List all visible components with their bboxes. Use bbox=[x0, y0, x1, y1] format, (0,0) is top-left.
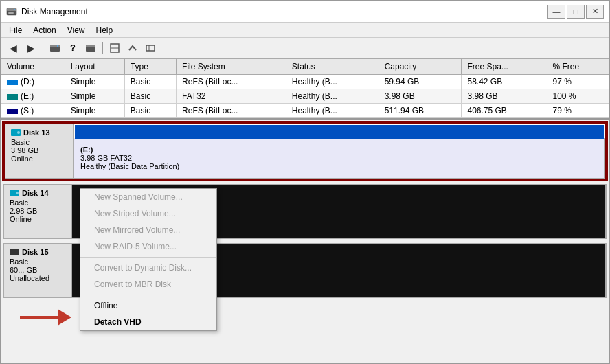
table-row[interactable]: (E:) Simple Basic FAT32 Healthy (B... 3.… bbox=[1, 89, 609, 104]
disk-13-partition-e[interactable]: (E:) 3.98 GB FAT32 Healthy (Basic Data P… bbox=[74, 138, 605, 178]
minimize-button[interactable]: — bbox=[547, 5, 565, 19]
arrow-shaft bbox=[20, 316, 58, 319]
cell-freespace-2: 406.75 GB bbox=[462, 104, 547, 118]
cell-percentfree-1: 100 % bbox=[547, 89, 609, 104]
title-bar: Disk Management — □ ✕ bbox=[1, 1, 609, 23]
cell-volume-1: (E:) bbox=[1, 89, 65, 104]
toolbar-sep-1 bbox=[43, 42, 43, 54]
toolbar-sep-2 bbox=[102, 42, 103, 54]
cell-type-2: Basic bbox=[124, 104, 176, 118]
svg-point-14 bbox=[17, 131, 20, 134]
part-e-status: Healthy (Basic Data Partition) bbox=[80, 162, 597, 170]
menu-help[interactable]: Help bbox=[91, 24, 119, 36]
toolbar: ◀ ▶ ? bbox=[1, 38, 609, 58]
col-status[interactable]: Status bbox=[286, 59, 379, 75]
cell-capacity-1: 3.98 GB bbox=[379, 89, 462, 104]
main-window: Disk Management — □ ✕ File Action View H… bbox=[0, 0, 610, 364]
toolbar-action3[interactable] bbox=[142, 41, 159, 56]
cell-volume-0: (D:) bbox=[1, 75, 65, 89]
cell-percentfree-2: 79 % bbox=[547, 104, 609, 118]
ctx-sep-2 bbox=[80, 295, 216, 295]
table-row[interactable]: (S:) Simple Basic ReFS (BitLoc... Health… bbox=[1, 104, 609, 118]
ctx-offline[interactable]: Offline bbox=[80, 297, 216, 314]
svg-point-6 bbox=[57, 45, 58, 47]
maximize-button[interactable]: □ bbox=[567, 5, 585, 19]
ctx-detach-vhd[interactable]: Detach VHD bbox=[80, 314, 216, 330]
ctx-new-spanned[interactable]: New Spanned Volume... bbox=[80, 189, 216, 205]
title-bar-left: Disk Management bbox=[6, 6, 88, 17]
svg-point-2 bbox=[14, 9, 15, 10]
disk-15-name: Disk 15 bbox=[22, 248, 49, 256]
disk-15-size: 60... GB bbox=[10, 266, 66, 274]
cell-percentfree-0: 97 % bbox=[547, 75, 609, 89]
content-area: Volume Layout Type File System Status Ca… bbox=[1, 58, 609, 363]
col-volume[interactable]: Volume bbox=[1, 59, 65, 75]
col-freespace[interactable]: Free Spa... bbox=[462, 59, 547, 75]
disk-15-type: Basic bbox=[10, 258, 66, 266]
cell-status-1: Healthy (B... bbox=[286, 89, 379, 104]
disk-row-13[interactable]: Disk 13 Basic 3.98 GB Online (E:) 3.98 G… bbox=[3, 122, 607, 180]
ctx-convert-dynamic[interactable]: Convert to Dynamic Disk... bbox=[80, 260, 216, 276]
cell-type-0: Basic bbox=[124, 75, 176, 89]
svg-rect-8 bbox=[86, 45, 95, 47]
toolbar-disk1[interactable] bbox=[47, 41, 63, 56]
disk-14-icon bbox=[10, 190, 19, 196]
disk-13-label: Disk 13 Basic 3.98 GB Online bbox=[5, 124, 74, 179]
col-percentfree[interactable]: % Free bbox=[547, 59, 609, 75]
close-button[interactable]: ✕ bbox=[586, 5, 604, 19]
disk-graphical-view: Disk 13 Basic 3.98 GB Online (E:) 3.98 G… bbox=[1, 120, 609, 363]
toolbar-back[interactable]: ◀ bbox=[5, 41, 21, 56]
cell-layout-1: Simple bbox=[65, 89, 124, 104]
window-title: Disk Management bbox=[21, 7, 88, 16]
disk-14-size: 2.98 GB bbox=[10, 207, 66, 215]
cell-capacity-0: 59.94 GB bbox=[379, 75, 462, 89]
disk-14-name: Disk 14 bbox=[22, 189, 49, 197]
disk-13-header-bar bbox=[75, 125, 604, 139]
context-menu: New Spanned Volume... New Striped Volume… bbox=[80, 188, 217, 331]
menu-action[interactable]: Action bbox=[27, 24, 61, 36]
disk-14-status: Online bbox=[10, 215, 66, 223]
menu-bar: File Action View Help bbox=[1, 23, 609, 38]
svg-rect-17 bbox=[10, 249, 19, 255]
toolbar-disk2[interactable] bbox=[82, 41, 99, 56]
toolbar-action1[interactable] bbox=[106, 41, 123, 56]
disk-13-partitions: (E:) 3.98 GB FAT32 Healthy (Basic Data P… bbox=[74, 124, 605, 179]
disk-13-icon bbox=[11, 129, 21, 136]
cell-freespace-0: 58.42 GB bbox=[462, 75, 547, 89]
col-type[interactable]: Type bbox=[124, 59, 176, 75]
cell-type-1: Basic bbox=[124, 89, 176, 104]
ctx-new-striped[interactable]: New Striped Volume... bbox=[80, 205, 216, 222]
part-e-name: (E:) bbox=[80, 146, 597, 154]
ctx-convert-mbr[interactable]: Convert to MBR Disk bbox=[80, 276, 216, 293]
cell-status-2: Healthy (B... bbox=[286, 104, 379, 118]
disk-13-size: 3.98 GB bbox=[11, 146, 67, 155]
ctx-new-raid5[interactable]: New RAID-5 Volume... bbox=[80, 238, 216, 255]
cell-fs-2: ReFS (BitLoc... bbox=[177, 104, 286, 118]
col-capacity[interactable]: Capacity bbox=[379, 59, 462, 75]
disk-15-icon bbox=[10, 249, 19, 255]
svg-point-16 bbox=[16, 192, 19, 194]
col-layout[interactable]: Layout bbox=[65, 59, 124, 75]
svg-rect-3 bbox=[8, 12, 14, 14]
toolbar-action2[interactable] bbox=[124, 41, 141, 56]
toolbar-forward[interactable]: ▶ bbox=[23, 41, 39, 56]
table-row[interactable]: (D:) Simple Basic ReFS (BitLoc... Health… bbox=[1, 75, 609, 89]
ctx-sep-1 bbox=[80, 257, 216, 258]
cell-layout-2: Simple bbox=[65, 104, 124, 118]
cell-layout-0: Simple bbox=[65, 75, 124, 89]
menu-file[interactable]: File bbox=[3, 24, 27, 36]
cell-volume-2: (S:) bbox=[1, 104, 65, 118]
app-icon bbox=[6, 6, 17, 17]
svg-rect-11 bbox=[146, 45, 155, 51]
toolbar-help[interactable]: ? bbox=[65, 41, 81, 56]
cell-freespace-1: 3.98 GB bbox=[462, 89, 547, 104]
cell-capacity-2: 511.94 GB bbox=[379, 104, 462, 118]
disk-13-status: Online bbox=[11, 155, 67, 163]
disk-13-name: Disk 13 bbox=[23, 128, 50, 137]
col-filesystem[interactable]: File System bbox=[177, 59, 286, 75]
arrow-head bbox=[58, 309, 71, 326]
ctx-new-mirrored[interactable]: New Mirrored Volume... bbox=[80, 222, 216, 238]
volume-table-area: Volume Layout Type File System Status Ca… bbox=[1, 58, 609, 120]
volume-table: Volume Layout Type File System Status Ca… bbox=[1, 58, 609, 118]
menu-view[interactable]: View bbox=[62, 24, 91, 36]
